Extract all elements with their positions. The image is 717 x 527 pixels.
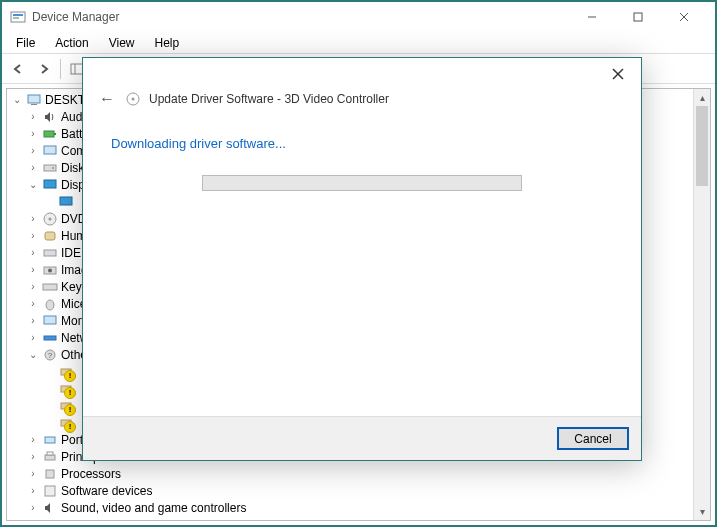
app-icon <box>10 9 26 25</box>
menu-action[interactable]: Action <box>45 34 98 52</box>
dialog-body: Downloading driver software... <box>83 116 641 416</box>
chevron-right-icon[interactable]: › <box>27 298 39 309</box>
chevron-right-icon[interactable]: › <box>27 502 39 513</box>
svg-point-24 <box>48 268 52 272</box>
svg-rect-39 <box>45 486 55 496</box>
chevron-right-icon[interactable]: › <box>27 230 39 241</box>
monitor-icon <box>42 313 58 329</box>
titlebar: Device Manager <box>2 2 715 32</box>
svg-rect-18 <box>60 197 72 205</box>
svg-rect-37 <box>47 452 53 455</box>
menu-file[interactable]: File <box>6 34 45 52</box>
chevron-right-icon[interactable]: › <box>27 468 39 479</box>
svg-rect-28 <box>44 336 56 340</box>
tree-node-software[interactable]: ›Software devices <box>9 482 708 499</box>
chevron-right-icon[interactable]: › <box>27 213 39 224</box>
computer-icon <box>26 92 42 108</box>
disc-icon <box>42 211 58 227</box>
pc-icon <box>42 143 58 159</box>
svg-rect-13 <box>54 133 56 135</box>
svg-rect-35 <box>45 437 55 443</box>
mouse-icon <box>42 296 58 312</box>
svg-rect-34 <box>61 420 71 426</box>
scroll-down-arrow-icon[interactable]: ▾ <box>694 503 710 520</box>
disk-icon <box>42 160 58 176</box>
chevron-right-icon[interactable]: › <box>27 451 39 462</box>
printer-icon <box>42 449 58 465</box>
dialog-header <box>83 58 641 90</box>
svg-rect-21 <box>45 232 55 240</box>
close-button[interactable] <box>661 2 707 32</box>
menu-help[interactable]: Help <box>145 34 190 52</box>
chevron-right-icon[interactable]: › <box>27 145 39 156</box>
camera-icon <box>42 262 58 278</box>
driver-disc-icon <box>125 91 141 107</box>
hid-icon <box>42 228 58 244</box>
svg-rect-25 <box>43 284 57 290</box>
chevron-right-icon[interactable]: › <box>27 434 39 445</box>
unknown-device-icon <box>58 381 74 397</box>
network-icon <box>42 330 58 346</box>
scroll-track[interactable] <box>694 106 710 503</box>
unknown-device-icon <box>58 415 74 431</box>
maximize-button[interactable] <box>615 2 661 32</box>
chevron-right-icon[interactable]: › <box>27 315 39 326</box>
progress-wrap <box>111 175 613 191</box>
tree-node-sound[interactable]: ›Sound, video and game controllers <box>9 499 708 516</box>
svg-rect-11 <box>31 104 37 105</box>
svg-rect-36 <box>45 455 55 460</box>
svg-rect-15 <box>44 165 56 171</box>
svg-rect-14 <box>44 146 56 154</box>
chevron-right-icon[interactable]: › <box>27 332 39 343</box>
other-devices-icon: ? <box>42 347 58 363</box>
chevron-right-icon[interactable]: › <box>27 485 39 496</box>
expand-collapse-icon[interactable]: ⌄ <box>27 179 39 190</box>
vertical-scrollbar[interactable]: ▴ ▾ <box>693 89 710 520</box>
window-controls <box>569 2 707 32</box>
ide-icon <box>42 245 58 261</box>
expand-collapse-icon[interactable]: ⌄ <box>27 349 39 360</box>
chevron-right-icon[interactable]: › <box>27 247 39 258</box>
tree-label: Software devices <box>61 484 152 498</box>
svg-rect-38 <box>46 470 54 478</box>
cancel-button[interactable]: Cancel <box>557 427 629 450</box>
back-arrow-icon[interactable]: ← <box>97 90 117 108</box>
back-button[interactable] <box>6 57 30 81</box>
chevron-right-icon[interactable]: › <box>27 162 39 173</box>
svg-rect-1 <box>13 14 23 16</box>
menubar: File Action View Help <box>2 32 715 54</box>
svg-point-20 <box>49 217 52 220</box>
software-icon <box>42 483 58 499</box>
keyboard-icon <box>42 279 58 295</box>
speaker-icon <box>42 109 58 125</box>
menu-view[interactable]: View <box>99 34 145 52</box>
forward-button[interactable] <box>32 57 56 81</box>
cancel-button-label: Cancel <box>574 432 611 446</box>
tree-node-processors[interactable]: ›Processors <box>9 465 708 482</box>
svg-point-16 <box>52 167 54 169</box>
chevron-right-icon[interactable]: › <box>27 128 39 139</box>
scroll-up-arrow-icon[interactable]: ▴ <box>694 89 710 106</box>
display-icon <box>42 177 58 193</box>
svg-rect-22 <box>44 250 56 256</box>
unknown-device-icon <box>58 364 74 380</box>
chevron-right-icon[interactable]: › <box>27 111 39 122</box>
dialog-title: Update Driver Software - 3D Video Contro… <box>149 92 389 106</box>
expand-collapse-icon[interactable]: ⌄ <box>11 94 23 105</box>
unknown-device-icon <box>58 398 74 414</box>
battery-icon <box>42 126 58 142</box>
svg-rect-31 <box>61 369 71 375</box>
dialog-close-button[interactable] <box>603 59 633 89</box>
svg-point-43 <box>132 98 135 101</box>
scroll-thumb[interactable] <box>696 106 708 186</box>
svg-rect-32 <box>61 386 71 392</box>
window-title: Device Manager <box>32 10 569 24</box>
svg-rect-4 <box>634 13 642 21</box>
status-text: Downloading driver software... <box>111 136 613 151</box>
toolbar-separator <box>60 59 61 79</box>
minimize-button[interactable] <box>569 2 615 32</box>
chevron-right-icon[interactable]: › <box>27 264 39 275</box>
port-icon <box>42 432 58 448</box>
svg-rect-2 <box>13 17 19 19</box>
chevron-right-icon[interactable]: › <box>27 281 39 292</box>
